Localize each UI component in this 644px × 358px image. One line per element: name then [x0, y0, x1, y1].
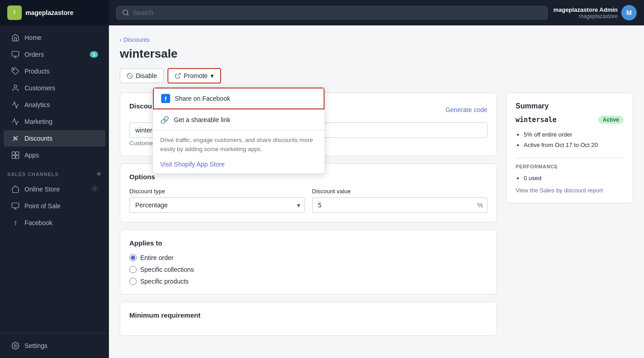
summary-details-list: 5% off entire order Active from Oct 17 t…	[516, 129, 624, 151]
svg-rect-9	[16, 156, 19, 159]
breadcrumb[interactable]: ‹ Discounts	[120, 36, 633, 43]
side-column: Summary wintersale Active 5% off entire …	[506, 93, 633, 336]
summary-code-row: wintersale Active	[516, 116, 624, 124]
summary-divider	[516, 158, 624, 158]
discount-type-group: Discount type Percentage Fixed amount Fr…	[129, 188, 305, 213]
orders-icon	[11, 50, 20, 59]
discount-value-label: Discount value	[312, 188, 488, 195]
breadcrumb-arrow: ‹	[120, 36, 122, 43]
disable-icon	[127, 73, 133, 79]
generate-code-link[interactable]: Generate code	[445, 106, 487, 113]
svg-point-12	[15, 345, 17, 347]
entire-order-option[interactable]: Entire order	[129, 254, 487, 261]
discounts-icon	[11, 134, 20, 143]
shareable-link-item[interactable]: 🔗 Get a shareable link	[153, 110, 324, 130]
summary-detail-item: Active from Oct 17 to Oct 20	[524, 140, 624, 150]
svg-point-4	[16, 139, 17, 140]
search-bar[interactable]	[116, 6, 548, 20]
sidebar-nav: Home Orders 1 Products Customers Analy	[0, 25, 109, 333]
settings-icon	[11, 341, 20, 350]
add-channel-icon[interactable]: +	[97, 169, 102, 179]
sidebar-item-home[interactable]: Home	[4, 29, 105, 46]
applies-to-radio-group: Entire order Specific collections Specif…	[129, 254, 487, 285]
orders-badge: 1	[90, 51, 98, 58]
specific-collections-radio[interactable]	[129, 266, 137, 273]
svg-point-10	[94, 188, 96, 190]
sidebar-item-online-store[interactable]: Online Store	[4, 181, 105, 197]
facebook-sidebar-icon: f	[11, 218, 20, 227]
store-name: mageplazastore	[25, 9, 74, 16]
options-title: Options	[129, 173, 487, 181]
main-area: mageplazastore Admin mageplazastore M ‹ …	[109, 0, 644, 358]
analytics-icon	[11, 100, 20, 109]
eye-icon[interactable]	[92, 186, 98, 193]
sidebar-channel-label: Point of Sale	[25, 202, 60, 210]
user-info: mageplazastore Admin mageplazastore	[553, 6, 618, 20]
performance-label: PERFORMANCE	[516, 164, 624, 169]
share-on-facebook-label: Share on Facebook	[175, 95, 230, 102]
products-icon	[11, 67, 20, 76]
share-on-facebook-item[interactable]: f Share on Facebook	[153, 88, 324, 109]
sidebar-item-facebook[interactable]: f Facebook	[4, 215, 105, 231]
sidebar-item-label: Products	[25, 68, 49, 75]
svg-point-2	[14, 85, 17, 88]
settings-label: Settings	[25, 342, 48, 349]
specific-collections-label: Specific collections	[140, 266, 194, 273]
applies-to-title: Applies to	[129, 239, 487, 247]
specific-products-option[interactable]: Specific products	[129, 278, 487, 285]
sidebar-item-settings[interactable]: Settings	[4, 338, 105, 354]
svg-line-17	[177, 74, 180, 76]
facebook-icon: f	[161, 94, 170, 103]
specific-products-radio[interactable]	[129, 278, 137, 285]
sidebar-item-label: Marketing	[25, 118, 52, 125]
promote-button[interactable]: Promote ▾	[167, 68, 221, 83]
avatar[interactable]: M	[621, 5, 637, 20]
search-icon	[122, 9, 129, 16]
sidebar-item-label: Customers	[25, 84, 55, 92]
specific-collections-option[interactable]: Specific collections	[129, 266, 487, 273]
performance-section: PERFORMANCE 0 used View the Sales by dis…	[516, 164, 624, 194]
breadcrumb-label: Discounts	[123, 36, 149, 43]
svg-rect-11	[12, 203, 19, 208]
performance-list: 0 used	[516, 173, 624, 183]
options-form-row: Discount type Percentage Fixed amount Fr…	[129, 188, 487, 213]
discount-type-select-wrap: Percentage Fixed amount Free shipping Bu…	[129, 197, 305, 213]
svg-point-13	[123, 10, 128, 15]
performance-item: 0 used	[524, 173, 624, 183]
sidebar-item-apps[interactable]: Apps	[4, 147, 105, 163]
summary-detail-item: 5% off entire order	[524, 129, 624, 140]
sidebar-item-customers[interactable]: Customers	[4, 80, 105, 96]
sidebar-item-point-of-sale[interactable]: Point of Sale	[4, 198, 105, 214]
sidebar-item-products[interactable]: Products	[4, 63, 105, 79]
user-store: mageplazastore	[553, 13, 618, 20]
summary-title: Summary	[516, 102, 624, 110]
topbar: mageplazastore Admin mageplazastore M	[109, 0, 644, 25]
svg-line-16	[128, 74, 132, 78]
pos-icon	[11, 201, 20, 211]
user-name: mageplazastore Admin	[553, 6, 618, 13]
min-req-title: Minimum requirement	[129, 311, 487, 319]
search-input[interactable]	[133, 9, 542, 16]
discount-value-input[interactable]	[312, 197, 488, 213]
svg-rect-8	[12, 156, 15, 159]
sidebar-item-marketing[interactable]: Marketing	[4, 113, 105, 130]
visit-app-store-link[interactable]: Visit Shopify App Store	[153, 159, 324, 173]
minimum-req-card: Minimum requirement	[120, 302, 497, 336]
sidebar-item-discounts[interactable]: Discounts	[4, 130, 105, 147]
sidebar-item-label: Orders	[25, 51, 44, 58]
promote-icon	[175, 73, 181, 79]
sidebar-item-label: Apps	[25, 152, 39, 159]
promote-dropdown: f Share on Facebook 🔗 Get a shareable li…	[152, 87, 325, 174]
svg-rect-6	[12, 152, 15, 155]
promo-text: Drive traffic, engage customers, and sha…	[153, 130, 324, 159]
sidebar-item-orders[interactable]: Orders 1	[4, 46, 105, 63]
sales-discount-report-link[interactable]: Sales by discount report	[540, 187, 603, 194]
sidebar-item-analytics[interactable]: Analytics	[4, 97, 105, 113]
disable-button[interactable]: Disable	[120, 69, 164, 83]
sidebar-item-label: Home	[25, 34, 41, 41]
sidebar-channel-label: Online Store	[25, 186, 60, 193]
discount-type-select[interactable]: Percentage Fixed amount Free shipping Bu…	[129, 197, 305, 213]
report-link-text: View the Sales by discount report	[516, 187, 624, 194]
svg-line-14	[127, 14, 128, 15]
entire-order-radio[interactable]	[129, 254, 137, 261]
